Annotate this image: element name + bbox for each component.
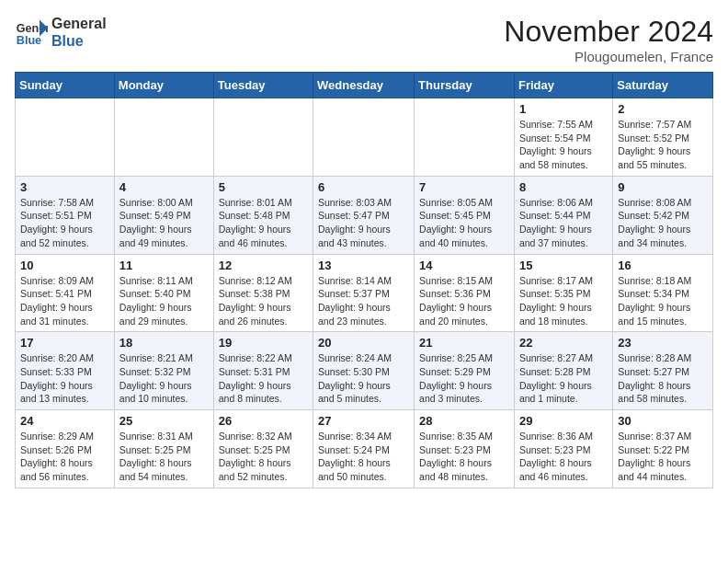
day-number: 15 [519,259,608,272]
calendar-cell: 21Sunrise: 8:25 AM Sunset: 5:29 PM Dayli… [415,332,515,410]
day-info: Sunrise: 8:06 AM Sunset: 5:44 PM Dayligh… [519,196,608,250]
day-number: 13 [318,259,409,272]
calendar-cell: 17Sunrise: 8:20 AM Sunset: 5:33 PM Dayli… [16,332,115,410]
day-number: 20 [318,336,409,350]
day-info: Sunrise: 8:01 AM Sunset: 5:48 PM Dayligh… [219,196,308,250]
day-info: Sunrise: 8:25 AM Sunset: 5:29 PM Dayligh… [419,351,509,406]
month-year-title: November 2024 [504,15,713,49]
day-info: Sunrise: 8:29 AM Sunset: 5:26 PM Dayligh… [20,430,109,484]
calendar-cell: 4Sunrise: 8:00 AM Sunset: 5:49 PM Daylig… [114,176,213,254]
calendar-cell [313,98,415,177]
col-header-sunday: Sunday [16,73,115,98]
svg-text:Blue: Blue [17,34,41,47]
logo-icon: General Blue [15,16,48,49]
day-info: Sunrise: 7:55 AM Sunset: 5:54 PM Dayligh… [519,118,608,172]
calendar-cell: 28Sunrise: 8:35 AM Sunset: 5:23 PM Dayli… [415,410,515,488]
day-info: Sunrise: 7:57 AM Sunset: 5:52 PM Dayligh… [618,118,708,172]
calendar-cell: 5Sunrise: 8:01 AM Sunset: 5:48 PM Daylig… [213,176,313,254]
day-info: Sunrise: 8:22 AM Sunset: 5:31 PM Dayligh… [219,351,308,406]
day-number: 6 [318,180,409,194]
day-number: 4 [119,180,209,194]
day-info: Sunrise: 8:18 AM Sunset: 5:34 PM Dayligh… [618,274,708,328]
day-info: Sunrise: 8:14 AM Sunset: 5:37 PM Dayligh… [318,274,409,328]
calendar-week-3: 10Sunrise: 8:09 AM Sunset: 5:41 PM Dayli… [16,254,713,332]
day-number: 27 [318,414,409,428]
calendar-table: SundayMondayTuesdayWednesdayThursdayFrid… [15,72,713,488]
day-info: Sunrise: 8:20 AM Sunset: 5:33 PM Dayligh… [20,351,109,406]
calendar-cell: 23Sunrise: 8:28 AM Sunset: 5:27 PM Dayli… [613,332,713,410]
day-number: 22 [519,336,608,350]
calendar-cell: 3Sunrise: 7:58 AM Sunset: 5:51 PM Daylig… [16,176,115,254]
day-info: Sunrise: 8:36 AM Sunset: 5:23 PM Dayligh… [519,430,608,484]
day-info: Sunrise: 8:31 AM Sunset: 5:25 PM Dayligh… [119,430,209,484]
calendar-week-5: 24Sunrise: 8:29 AM Sunset: 5:26 PM Dayli… [16,410,713,488]
day-info: Sunrise: 8:24 AM Sunset: 5:30 PM Dayligh… [318,351,409,406]
day-number: 9 [618,180,708,194]
day-number: 18 [119,336,209,350]
calendar-cell: 12Sunrise: 8:12 AM Sunset: 5:38 PM Dayli… [213,254,313,332]
day-info: Sunrise: 8:17 AM Sunset: 5:35 PM Dayligh… [519,274,608,328]
day-info: Sunrise: 8:34 AM Sunset: 5:24 PM Dayligh… [318,430,409,484]
day-number: 26 [219,414,308,428]
day-number: 23 [618,336,708,350]
col-header-friday: Friday [514,73,612,98]
calendar-header: SundayMondayTuesdayWednesdayThursdayFrid… [16,73,713,98]
col-header-wednesday: Wednesday [313,73,415,98]
calendar-cell: 26Sunrise: 8:32 AM Sunset: 5:25 PM Dayli… [213,410,313,488]
day-info: Sunrise: 8:21 AM Sunset: 5:32 PM Dayligh… [119,351,209,406]
col-header-tuesday: Tuesday [213,73,313,98]
calendar-cell: 9Sunrise: 8:08 AM Sunset: 5:42 PM Daylig… [613,176,713,254]
calendar-cell: 24Sunrise: 8:29 AM Sunset: 5:26 PM Dayli… [16,410,115,488]
calendar-cell: 2Sunrise: 7:57 AM Sunset: 5:52 PM Daylig… [613,98,713,177]
day-number: 17 [20,336,109,350]
day-info: Sunrise: 8:00 AM Sunset: 5:49 PM Dayligh… [119,196,209,250]
day-number: 8 [519,180,608,194]
day-info: Sunrise: 8:32 AM Sunset: 5:25 PM Dayligh… [219,430,308,484]
calendar-cell: 8Sunrise: 8:06 AM Sunset: 5:44 PM Daylig… [514,176,612,254]
calendar-cell: 20Sunrise: 8:24 AM Sunset: 5:30 PM Dayli… [313,332,415,410]
day-number: 25 [119,414,209,428]
day-number: 21 [419,336,509,350]
day-number: 28 [419,414,509,428]
calendar-cell: 30Sunrise: 8:37 AM Sunset: 5:22 PM Dayli… [613,410,713,488]
day-info: Sunrise: 8:05 AM Sunset: 5:45 PM Dayligh… [419,196,509,250]
calendar-cell: 1Sunrise: 7:55 AM Sunset: 5:54 PM Daylig… [514,98,612,177]
calendar-cell: 18Sunrise: 8:21 AM Sunset: 5:32 PM Dayli… [114,332,213,410]
day-info: Sunrise: 8:37 AM Sunset: 5:22 PM Dayligh… [618,430,708,484]
logo-text-general: General [51,15,107,32]
page-header: General Blue General Blue November 2024 … [15,15,713,64]
logo: General Blue General Blue [15,15,107,50]
calendar-cell: 19Sunrise: 8:22 AM Sunset: 5:31 PM Dayli… [213,332,313,410]
day-info: Sunrise: 8:28 AM Sunset: 5:27 PM Dayligh… [618,351,708,406]
calendar-cell: 11Sunrise: 8:11 AM Sunset: 5:40 PM Dayli… [114,254,213,332]
calendar-cell: 14Sunrise: 8:15 AM Sunset: 5:36 PM Dayli… [415,254,515,332]
calendar-cell: 7Sunrise: 8:05 AM Sunset: 5:45 PM Daylig… [415,176,515,254]
col-header-thursday: Thursday [415,73,515,98]
logo-text-blue: Blue [51,32,107,50]
day-number: 29 [519,414,608,428]
day-number: 16 [618,259,708,272]
day-info: Sunrise: 7:58 AM Sunset: 5:51 PM Dayligh… [20,196,109,250]
calendar-cell: 25Sunrise: 8:31 AM Sunset: 5:25 PM Dayli… [114,410,213,488]
calendar-week-4: 17Sunrise: 8:20 AM Sunset: 5:33 PM Dayli… [16,332,713,410]
day-number: 14 [419,259,509,272]
location-subtitle: Plougoumelen, France [504,49,713,64]
col-header-monday: Monday [114,73,213,98]
calendar-cell: 16Sunrise: 8:18 AM Sunset: 5:34 PM Dayli… [613,254,713,332]
col-header-saturday: Saturday [613,73,713,98]
day-number: 10 [20,259,109,272]
day-info: Sunrise: 8:27 AM Sunset: 5:28 PM Dayligh… [519,351,608,406]
calendar-cell [114,98,213,177]
calendar-cell: 22Sunrise: 8:27 AM Sunset: 5:28 PM Dayli… [514,332,612,410]
calendar-cell: 15Sunrise: 8:17 AM Sunset: 5:35 PM Dayli… [514,254,612,332]
day-info: Sunrise: 8:08 AM Sunset: 5:42 PM Dayligh… [618,196,708,250]
day-number: 3 [20,180,109,194]
title-block: November 2024 Plougoumelen, France [504,15,713,64]
day-number: 12 [219,259,308,272]
day-number: 5 [219,180,308,194]
day-number: 30 [618,414,708,428]
day-info: Sunrise: 8:12 AM Sunset: 5:38 PM Dayligh… [219,274,308,328]
calendar-cell: 13Sunrise: 8:14 AM Sunset: 5:37 PM Dayli… [313,254,415,332]
calendar-cell: 6Sunrise: 8:03 AM Sunset: 5:47 PM Daylig… [313,176,415,254]
day-info: Sunrise: 8:35 AM Sunset: 5:23 PM Dayligh… [419,430,509,484]
